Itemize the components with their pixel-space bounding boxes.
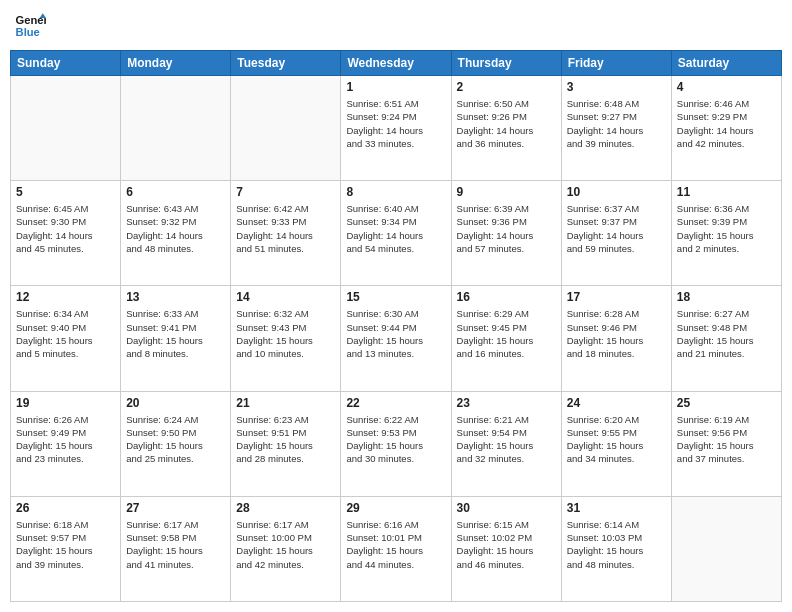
calendar-cell: 6Sunrise: 6:43 AMSunset: 9:32 PMDaylight… xyxy=(121,181,231,286)
calendar-cell: 4Sunrise: 6:46 AMSunset: 9:29 PMDaylight… xyxy=(671,76,781,181)
cell-info: Sunrise: 6:46 AMSunset: 9:29 PMDaylight:… xyxy=(677,97,776,150)
weekday-header-wednesday: Wednesday xyxy=(341,51,451,76)
calendar-cell: 18Sunrise: 6:27 AMSunset: 9:48 PMDayligh… xyxy=(671,286,781,391)
calendar-cell: 14Sunrise: 6:32 AMSunset: 9:43 PMDayligh… xyxy=(231,286,341,391)
cell-info: Sunrise: 6:43 AMSunset: 9:32 PMDaylight:… xyxy=(126,202,225,255)
day-number: 7 xyxy=(236,185,335,199)
calendar-cell: 19Sunrise: 6:26 AMSunset: 9:49 PMDayligh… xyxy=(11,391,121,496)
cell-info: Sunrise: 6:17 AMSunset: 9:58 PMDaylight:… xyxy=(126,518,225,571)
calendar-cell: 9Sunrise: 6:39 AMSunset: 9:36 PMDaylight… xyxy=(451,181,561,286)
day-number: 23 xyxy=(457,396,556,410)
calendar-cell xyxy=(231,76,341,181)
day-number: 15 xyxy=(346,290,445,304)
calendar-week-0: 1Sunrise: 6:51 AMSunset: 9:24 PMDaylight… xyxy=(11,76,782,181)
cell-info: Sunrise: 6:34 AMSunset: 9:40 PMDaylight:… xyxy=(16,307,115,360)
calendar-cell: 28Sunrise: 6:17 AMSunset: 10:00 PMDaylig… xyxy=(231,496,341,601)
calendar-cell: 31Sunrise: 6:14 AMSunset: 10:03 PMDaylig… xyxy=(561,496,671,601)
calendar-cell: 3Sunrise: 6:48 AMSunset: 9:27 PMDaylight… xyxy=(561,76,671,181)
cell-info: Sunrise: 6:45 AMSunset: 9:30 PMDaylight:… xyxy=(16,202,115,255)
calendar-cell: 2Sunrise: 6:50 AMSunset: 9:26 PMDaylight… xyxy=(451,76,561,181)
calendar-week-1: 5Sunrise: 6:45 AMSunset: 9:30 PMDaylight… xyxy=(11,181,782,286)
calendar-cell: 26Sunrise: 6:18 AMSunset: 9:57 PMDayligh… xyxy=(11,496,121,601)
cell-info: Sunrise: 6:50 AMSunset: 9:26 PMDaylight:… xyxy=(457,97,556,150)
calendar-cell: 25Sunrise: 6:19 AMSunset: 9:56 PMDayligh… xyxy=(671,391,781,496)
logo: General Blue xyxy=(14,10,46,42)
calendar-cell: 7Sunrise: 6:42 AMSunset: 9:33 PMDaylight… xyxy=(231,181,341,286)
calendar-cell: 17Sunrise: 6:28 AMSunset: 9:46 PMDayligh… xyxy=(561,286,671,391)
calendar-cell xyxy=(121,76,231,181)
calendar-cell: 12Sunrise: 6:34 AMSunset: 9:40 PMDayligh… xyxy=(11,286,121,391)
day-number: 30 xyxy=(457,501,556,515)
cell-info: Sunrise: 6:24 AMSunset: 9:50 PMDaylight:… xyxy=(126,413,225,466)
calendar-cell: 21Sunrise: 6:23 AMSunset: 9:51 PMDayligh… xyxy=(231,391,341,496)
day-number: 27 xyxy=(126,501,225,515)
day-number: 26 xyxy=(16,501,115,515)
day-number: 3 xyxy=(567,80,666,94)
calendar-cell xyxy=(11,76,121,181)
day-number: 6 xyxy=(126,185,225,199)
day-number: 5 xyxy=(16,185,115,199)
day-number: 24 xyxy=(567,396,666,410)
cell-info: Sunrise: 6:22 AMSunset: 9:53 PMDaylight:… xyxy=(346,413,445,466)
cell-info: Sunrise: 6:32 AMSunset: 9:43 PMDaylight:… xyxy=(236,307,335,360)
cell-info: Sunrise: 6:33 AMSunset: 9:41 PMDaylight:… xyxy=(126,307,225,360)
day-number: 10 xyxy=(567,185,666,199)
cell-info: Sunrise: 6:26 AMSunset: 9:49 PMDaylight:… xyxy=(16,413,115,466)
day-number: 19 xyxy=(16,396,115,410)
day-number: 16 xyxy=(457,290,556,304)
calendar-week-3: 19Sunrise: 6:26 AMSunset: 9:49 PMDayligh… xyxy=(11,391,782,496)
day-number: 29 xyxy=(346,501,445,515)
day-number: 18 xyxy=(677,290,776,304)
cell-info: Sunrise: 6:14 AMSunset: 10:03 PMDaylight… xyxy=(567,518,666,571)
day-number: 20 xyxy=(126,396,225,410)
calendar-cell: 11Sunrise: 6:36 AMSunset: 9:39 PMDayligh… xyxy=(671,181,781,286)
header: General Blue xyxy=(10,10,782,42)
cell-info: Sunrise: 6:16 AMSunset: 10:01 PMDaylight… xyxy=(346,518,445,571)
day-number: 13 xyxy=(126,290,225,304)
day-number: 31 xyxy=(567,501,666,515)
day-number: 8 xyxy=(346,185,445,199)
cell-info: Sunrise: 6:23 AMSunset: 9:51 PMDaylight:… xyxy=(236,413,335,466)
cell-info: Sunrise: 6:19 AMSunset: 9:56 PMDaylight:… xyxy=(677,413,776,466)
cell-info: Sunrise: 6:36 AMSunset: 9:39 PMDaylight:… xyxy=(677,202,776,255)
cell-info: Sunrise: 6:20 AMSunset: 9:55 PMDaylight:… xyxy=(567,413,666,466)
calendar-cell: 24Sunrise: 6:20 AMSunset: 9:55 PMDayligh… xyxy=(561,391,671,496)
weekday-header-monday: Monday xyxy=(121,51,231,76)
calendar-cell xyxy=(671,496,781,601)
page: General Blue SundayMondayTuesdayWednesda… xyxy=(0,0,792,612)
cell-info: Sunrise: 6:17 AMSunset: 10:00 PMDaylight… xyxy=(236,518,335,571)
calendar-cell: 22Sunrise: 6:22 AMSunset: 9:53 PMDayligh… xyxy=(341,391,451,496)
cell-info: Sunrise: 6:15 AMSunset: 10:02 PMDaylight… xyxy=(457,518,556,571)
day-number: 14 xyxy=(236,290,335,304)
day-number: 12 xyxy=(16,290,115,304)
cell-info: Sunrise: 6:27 AMSunset: 9:48 PMDaylight:… xyxy=(677,307,776,360)
weekday-header-thursday: Thursday xyxy=(451,51,561,76)
calendar-cell: 16Sunrise: 6:29 AMSunset: 9:45 PMDayligh… xyxy=(451,286,561,391)
calendar-cell: 29Sunrise: 6:16 AMSunset: 10:01 PMDaylig… xyxy=(341,496,451,601)
weekday-header-saturday: Saturday xyxy=(671,51,781,76)
cell-info: Sunrise: 6:28 AMSunset: 9:46 PMDaylight:… xyxy=(567,307,666,360)
calendar-cell: 10Sunrise: 6:37 AMSunset: 9:37 PMDayligh… xyxy=(561,181,671,286)
calendar-week-2: 12Sunrise: 6:34 AMSunset: 9:40 PMDayligh… xyxy=(11,286,782,391)
cell-info: Sunrise: 6:21 AMSunset: 9:54 PMDaylight:… xyxy=(457,413,556,466)
cell-info: Sunrise: 6:51 AMSunset: 9:24 PMDaylight:… xyxy=(346,97,445,150)
calendar-week-4: 26Sunrise: 6:18 AMSunset: 9:57 PMDayligh… xyxy=(11,496,782,601)
day-number: 22 xyxy=(346,396,445,410)
day-number: 1 xyxy=(346,80,445,94)
cell-info: Sunrise: 6:37 AMSunset: 9:37 PMDaylight:… xyxy=(567,202,666,255)
cell-info: Sunrise: 6:40 AMSunset: 9:34 PMDaylight:… xyxy=(346,202,445,255)
day-number: 28 xyxy=(236,501,335,515)
cell-info: Sunrise: 6:29 AMSunset: 9:45 PMDaylight:… xyxy=(457,307,556,360)
calendar-cell: 23Sunrise: 6:21 AMSunset: 9:54 PMDayligh… xyxy=(451,391,561,496)
logo-icon: General Blue xyxy=(14,10,46,42)
calendar-cell: 15Sunrise: 6:30 AMSunset: 9:44 PMDayligh… xyxy=(341,286,451,391)
calendar-cell: 30Sunrise: 6:15 AMSunset: 10:02 PMDaylig… xyxy=(451,496,561,601)
weekday-header-sunday: Sunday xyxy=(11,51,121,76)
day-number: 21 xyxy=(236,396,335,410)
calendar-cell: 1Sunrise: 6:51 AMSunset: 9:24 PMDaylight… xyxy=(341,76,451,181)
weekday-header-tuesday: Tuesday xyxy=(231,51,341,76)
cell-info: Sunrise: 6:30 AMSunset: 9:44 PMDaylight:… xyxy=(346,307,445,360)
calendar-cell: 27Sunrise: 6:17 AMSunset: 9:58 PMDayligh… xyxy=(121,496,231,601)
cell-info: Sunrise: 6:42 AMSunset: 9:33 PMDaylight:… xyxy=(236,202,335,255)
cell-info: Sunrise: 6:48 AMSunset: 9:27 PMDaylight:… xyxy=(567,97,666,150)
